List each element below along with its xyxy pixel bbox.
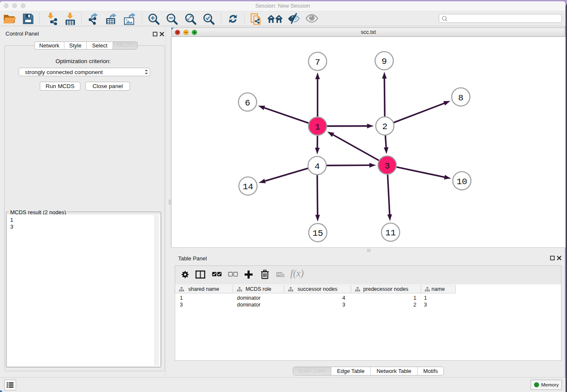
svg-text:14: 14 xyxy=(242,182,253,192)
svg-text:11: 11 xyxy=(385,228,396,238)
svg-text:10: 10 xyxy=(457,177,467,187)
svg-text:8: 8 xyxy=(458,93,464,103)
svg-text:9: 9 xyxy=(382,57,387,66)
svg-text:2: 2 xyxy=(382,122,388,132)
svg-text:1: 1 xyxy=(315,122,320,132)
svg-text:15: 15 xyxy=(312,229,323,238)
svg-text:4: 4 xyxy=(314,162,320,171)
svg-text:3: 3 xyxy=(385,161,390,171)
svg-text:6: 6 xyxy=(245,98,250,108)
svg-text:7: 7 xyxy=(315,58,320,67)
